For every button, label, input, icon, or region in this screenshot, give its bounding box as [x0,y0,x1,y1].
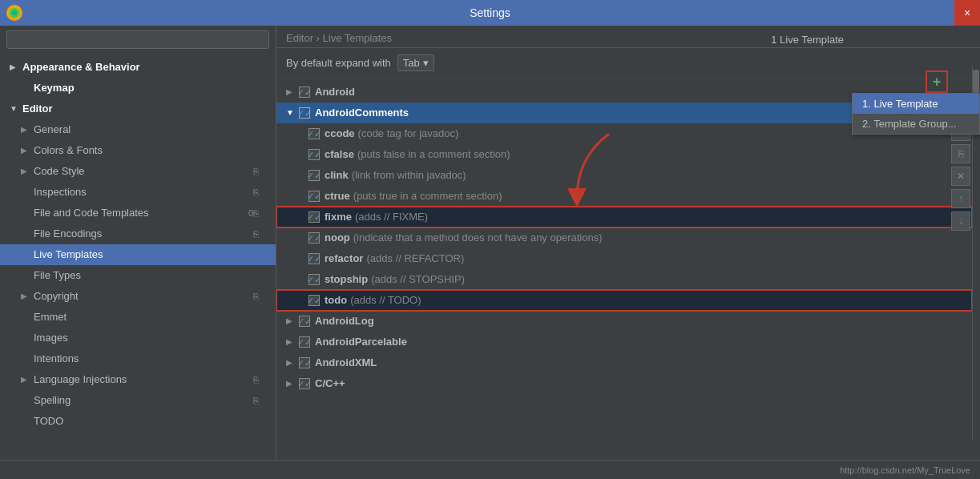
sidebar-label-file-code-templates: File and Code Templates [34,204,247,222]
dropdown-menu: 1. Live Template 2. Template Group... [852,93,980,135]
copy-button[interactable]: ⎘ [951,144,970,163]
template-item-stopship[interactable]: ✓ stopship (adds // STOPSHIP) [276,269,972,290]
item-desc-todo: (adds // TODO) [350,292,421,309]
sidebar-item-copyright[interactable]: ▶ Copyright ⎘ [0,286,276,307]
delete-button[interactable]: ✕ [951,167,970,186]
item-desc-clink: (link from within javadoc) [352,167,466,184]
copy-icon: ⎘ [253,288,266,305]
breadcrumb-text: Editor › Live Templates [286,32,392,44]
checkbox-androidlog[interactable]: ✓ [299,316,310,327]
item-desc-fixme: (adds // FIXME) [355,208,428,226]
sidebar-label-intentions: Intentions [34,350,269,368]
sidebar-label-images: Images [34,329,269,347]
checkbox-ccode[interactable]: ✓ [309,128,320,139]
sidebar-item-colors-fonts[interactable]: ▶ Colors & Fonts [0,140,276,161]
sidebar-item-spelling[interactable]: Spelling ⎘ [0,390,276,411]
window-controls: × [954,0,980,26]
sidebar-item-inspections[interactable]: Inspections ⎘ [0,182,276,203]
checkbox-todo[interactable]: ✓ [309,295,320,306]
checkbox-ctrue[interactable]: ✓ [309,191,320,202]
move-down-button[interactable]: ↓ [951,211,970,231]
add-button[interactable]: + [926,70,948,93]
sidebar-label-live-templates: Live Templates [34,246,269,264]
copy-icon: ⎘ [253,225,266,243]
dropdown-item-template-group[interactable]: 2. Template Group... [853,114,979,134]
sidebar-item-appearance[interactable]: ▶ Appearance & Behavior [0,57,276,78]
sidebar-item-images[interactable]: Images [0,328,276,348]
sidebar-label-editor: Editor [22,100,269,118]
template-group-androidlog[interactable]: ▶ ✓ AndroidLog [276,311,972,332]
arrow-icon: ▶ [10,58,21,76]
sidebar-label-language-injections: Language Injections [34,371,253,388]
item-name-cfalse: cfalse [325,146,354,163]
move-up-button[interactable]: ↑ [951,189,970,208]
title-bar: Settings × [0,0,980,26]
sidebar-label-todo: TODO [34,413,269,430]
settings-window: Settings × ▶ Appearance & Behavior Keyma… [0,0,980,479]
checkbox-noop[interactable]: ✓ [309,232,320,244]
template-tree-panel[interactable]: ▶ ✓ Android ▼ ✓ AndroidComments ✓ ccode [276,78,980,460]
sidebar-item-emmet[interactable]: Emmet [0,307,276,328]
template-item-refactor[interactable]: ✓ refactor (adds // REFACTOR) [276,248,972,269]
template-item-todo[interactable]: ✓ todo (adds // TODO) [276,290,972,311]
template-group-androidparcelable[interactable]: ▶ ✓ AndroidParcelable [276,332,972,352]
checkbox-cpp[interactable]: ✓ [299,378,310,389]
checkbox-androidparcelable[interactable]: ✓ [299,336,310,348]
item-desc-refactor: (adds // REFACTOR) [366,250,464,268]
expand-label: By default expand with [286,57,391,69]
search-box[interactable] [6,30,269,49]
sidebar-label-colors-fonts: Colors & Fonts [34,142,269,159]
sidebar-item-keymap[interactable]: Keymap [0,78,276,99]
sidebar-item-editor[interactable]: ▼ Editor [0,99,276,119]
checkbox-refactor[interactable]: ✓ [309,253,320,264]
sidebar-item-language-injections[interactable]: ▶ Language Injections ⎘ [0,369,276,390]
dropdown-item-live-template[interactable]: 1. Live Template [853,94,979,114]
sidebar-item-general[interactable]: ▶ General [0,119,276,140]
checkbox-fixme[interactable]: ✓ [309,211,320,223]
window-title: Settings [470,6,510,19]
template-item-cfalse[interactable]: ✓ cfalse (puts false in a comment sectio… [276,144,972,165]
template-item-fixme[interactable]: ✓ fixme (adds // FIXME) [276,207,972,227]
template-item-ctrue[interactable]: ✓ ctrue (puts true in a comment section) [276,186,972,207]
main-content: ▶ Appearance & Behavior Keymap ▼ Editor … [0,26,980,460]
group-name-androidlog: AndroidLog [315,312,374,330]
arrow-icon: ▶ [21,142,32,159]
checkbox-clink[interactable]: ✓ [309,170,320,181]
right-panel: Editor › Live Templates By default expan… [276,26,980,460]
sidebar-item-file-encodings[interactable]: File Encodings ⎘ [0,223,276,244]
checkbox-cfalse[interactable]: ✓ [309,149,320,160]
template-item-clink[interactable]: ✓ clink (link from within javadoc) [276,165,972,186]
group-name-androidcomments: AndroidComments [315,104,409,122]
sidebar-item-intentions[interactable]: Intentions [0,348,276,369]
expand-select[interactable]: Tab ▾ [397,54,434,71]
copy-icon: ⎘ [253,371,266,388]
arrow-icon: ▶ [286,312,297,330]
sidebar-tree: ▶ Appearance & Behavior Keymap ▼ Editor … [0,54,276,460]
sidebar-item-code-style[interactable]: ▶ Code Style ⎘ [0,161,276,182]
sidebar-item-live-templates[interactable]: Live Templates [0,244,276,265]
close-button[interactable]: × [954,0,980,26]
sidebar-item-file-code-templates[interactable]: File and Code Templates 0 ⎘ [0,203,276,223]
item-name-noop: noop [325,229,350,247]
template-group-cpp[interactable]: ▶ ✓ C/C++ [276,373,972,394]
sidebar: ▶ Appearance & Behavior Keymap ▼ Editor … [0,26,276,460]
arrow-icon: ▶ [286,354,297,372]
arrow-icon: ▶ [286,333,297,351]
group-name-cpp: C/C++ [315,375,345,392]
arrow-icon: ▶ [286,83,297,101]
app-icon [6,5,22,21]
sidebar-item-todo[interactable]: TODO [0,411,276,432]
item-desc-ccode: (code tag for javadoc) [358,125,459,143]
sidebar-label-code-style: Code Style [34,163,253,180]
checkbox-stopship[interactable]: ✓ [309,274,320,285]
search-input[interactable] [14,34,262,46]
arrow-icon: ▶ [21,371,32,388]
template-item-noop[interactable]: ✓ noop (indicate that a method does not … [276,227,972,248]
checkbox-androidcomments[interactable]: ✓ [299,107,310,119]
arrow-icon: ▶ [21,163,32,180]
arrow-icon: ▼ [10,100,21,118]
sidebar-item-file-types[interactable]: File Types [0,265,276,286]
checkbox-androidxml[interactable]: ✓ [299,357,310,368]
checkbox-android[interactable]: ✓ [299,87,310,98]
template-group-androidxml[interactable]: ▶ ✓ AndroidXML [276,352,972,373]
